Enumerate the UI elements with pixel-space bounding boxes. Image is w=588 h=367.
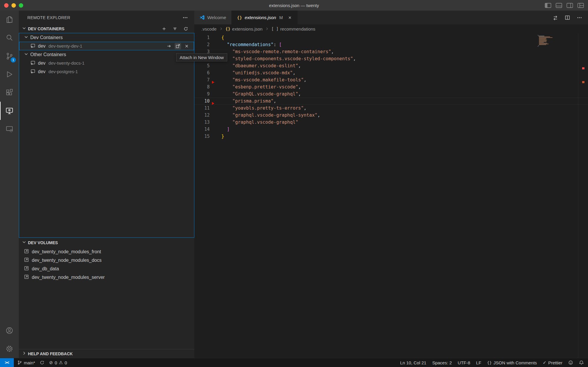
open-changes-icon[interactable]	[552, 14, 559, 21]
section-dev-volumes[interactable]: DEV VOLUMES	[19, 238, 194, 247]
toggle-secondary-sidebar-icon[interactable]	[567, 2, 573, 9]
section-actions	[161, 26, 194, 32]
breadcrumb-folder[interactable]: .vscode	[201, 26, 217, 31]
close-tab-icon[interactable]	[288, 16, 292, 20]
git-branch-status[interactable]: main*	[17, 360, 35, 365]
sidebar-item-remote-explorer[interactable]	[0, 102, 19, 120]
sidebar-item-explorer[interactable]	[0, 11, 19, 29]
sidebar-item-extensions[interactable]	[0, 83, 19, 102]
volume-item[interactable]: dev_twenty_node_modules_front	[19, 247, 194, 256]
cursor-position-status[interactable]: Ln 10, Col 21	[400, 360, 426, 365]
code-line-5[interactable]: 5 "dbaeumer.vscode-eslint",	[194, 62, 588, 69]
check-icon: ✓	[543, 360, 547, 365]
traffic-lights	[4, 0, 23, 11]
zoom-window-button[interactable]	[19, 3, 23, 8]
container-item[interactable]: devdev-postgres-1	[19, 67, 194, 76]
filter-icon[interactable]	[172, 26, 178, 32]
formatter-status[interactable]: ✓ Prettier	[543, 360, 562, 365]
notifications-button[interactable]	[579, 360, 584, 365]
code-editor[interactable]: 1{2 "recommendations": [3 "ms-vscode-rem…	[194, 33, 588, 358]
split-editor-icon[interactable]	[564, 14, 571, 21]
tab-extensions-json[interactable]: {} extensions.json M	[232, 11, 298, 24]
code-token: "yoavbls.pretty-ts-errors"	[232, 105, 304, 111]
breadcrumb-symbol[interactable]: [ ] recommendations	[271, 26, 315, 31]
close-window-button[interactable]	[4, 3, 9, 8]
code-line-13[interactable]: 13 "graphql.vscode-graphql"	[194, 119, 588, 126]
sidebar-title: REMOTE EXPLORER	[27, 15, 70, 20]
attach-new-window-icon[interactable]	[175, 43, 181, 49]
code-line-2[interactable]: 2 "recommendations": [	[194, 41, 588, 48]
code-token	[221, 127, 227, 132]
code-line-1[interactable]: 1{	[194, 34, 588, 41]
code-token: "ms-vscode.makefile-tools"	[232, 77, 304, 83]
indentation-status[interactable]: Spaces: 2	[432, 360, 452, 365]
code-token: ,	[273, 98, 276, 104]
tree-group[interactable]: Other Containers	[19, 50, 194, 59]
code-token	[221, 113, 232, 118]
code-line-9[interactable]: 9 "GraphQL.vscode-graphql",	[194, 91, 588, 98]
breadcrumb-file[interactable]: {} extensions.json	[225, 26, 263, 31]
code-token: "graphql.vscode-graphql-syntax"	[232, 113, 317, 118]
toggle-panel-icon[interactable]	[556, 2, 562, 9]
new-container-icon[interactable]	[161, 26, 167, 32]
accounts-button[interactable]	[0, 321, 19, 340]
container-item[interactable]: devdev-twenty-docs-1	[19, 59, 194, 67]
status-bar: >< main* ⊘ 0 ⚠ 0 Ln 10, Col 21 Spaces: 2	[0, 358, 588, 367]
code-line-3[interactable]: 3 "ms-vscode-remote.remote-containers",	[194, 48, 588, 55]
sidebar-item-search[interactable]	[0, 29, 19, 47]
code-text: "ms-vscode.makefile-tools",	[210, 76, 306, 83]
code-line-8[interactable]: 8 "esbenp.prettier-vscode",	[194, 83, 588, 91]
sidebar-item-dev-containers[interactable]	[0, 120, 19, 138]
section-help-and-feedback[interactable]: HELP AND FEEDBACK	[19, 349, 194, 358]
scrollbar-divider	[578, 33, 578, 358]
manage-button[interactable]	[0, 340, 19, 358]
code-line-7[interactable]: 7 "ms-vscode.makefile-tools",	[194, 76, 588, 83]
code-token: "esbenp.prettier-vscode"	[232, 84, 298, 90]
refresh-icon[interactable]	[183, 26, 189, 32]
more-actions-icon[interactable]	[576, 14, 583, 21]
section-dev-containers[interactable]: DEV CONTAINERS	[19, 24, 194, 33]
line-number: 11	[194, 105, 210, 112]
code-token: "ms-vscode-remote.remote-containers"	[232, 49, 331, 54]
item-actions	[166, 43, 194, 49]
code-text: "graphql.vscode-graphql"	[210, 119, 298, 126]
eol-status[interactable]: LF	[476, 360, 481, 365]
tooltip: Attach in New Window	[176, 53, 227, 61]
feedback-button[interactable]	[568, 360, 573, 365]
tab-welcome[interactable]: Welcome	[194, 11, 232, 24]
problems-status[interactable]: ⊘ 0 ⚠ 0	[49, 360, 67, 365]
container-item[interactable]: devdev-twenty-dev-1	[19, 42, 194, 50]
dev-volumes-list: dev_twenty_node_modules_frontdev_twenty_…	[19, 247, 194, 281]
code-token	[221, 70, 232, 76]
container-description: dev-twenty-dev-1	[49, 43, 82, 48]
volume-item[interactable]: dev_twenty_node_modules_docs	[19, 256, 194, 264]
tree-group[interactable]: Dev Containers	[19, 33, 194, 42]
language-mode-status[interactable]: {} JSON with Comments	[487, 360, 537, 365]
code-lines: 1{2 "recommendations": [3 "ms-vscode-rem…	[194, 34, 588, 140]
sidebar-item-source-control[interactable]: 1	[0, 47, 19, 65]
code-line-11[interactable]: 11 "yoavbls.pretty-ts-errors",	[194, 105, 588, 112]
sidebar: REMOTE EXPLORER DEV CONTAINERS	[19, 11, 194, 358]
code-line-15[interactable]: 15}	[194, 133, 588, 140]
activity-bar: 1	[0, 11, 19, 358]
views-more-actions-icon[interactable]	[182, 14, 188, 21]
sidebar-item-run-and-debug[interactable]	[0, 65, 19, 83]
volume-item[interactable]: dev_db_data	[19, 264, 194, 273]
dev-containers-icon	[5, 125, 14, 133]
minimap[interactable]	[537, 34, 555, 48]
code-token	[221, 77, 232, 83]
encoding-status[interactable]: UTF-8	[458, 360, 470, 365]
code-line-6[interactable]: 6 "unifiedjs.vscode-mdx",	[194, 69, 588, 76]
code-line-12[interactable]: 12 "graphql.vscode-graphql-syntax",	[194, 112, 588, 119]
sync-changes-status[interactable]	[40, 360, 44, 365]
code-line-14[interactable]: 14 ]	[194, 126, 588, 133]
stop-icon[interactable]	[183, 43, 190, 49]
minimize-window-button[interactable]	[11, 3, 16, 8]
code-line-4[interactable]: 4 "styled-components.vscode-styled-compo…	[194, 55, 588, 62]
toggle-sidebar-icon[interactable]	[545, 2, 551, 9]
attach-shell-icon[interactable]	[166, 43, 172, 49]
code-line-10[interactable]: 10 "prisma.prisma",	[194, 98, 588, 105]
volume-item[interactable]: dev_twenty_node_modules_server	[19, 273, 194, 281]
customize-layout-icon[interactable]	[577, 2, 584, 9]
remote-indicator[interactable]: ><	[0, 358, 14, 367]
